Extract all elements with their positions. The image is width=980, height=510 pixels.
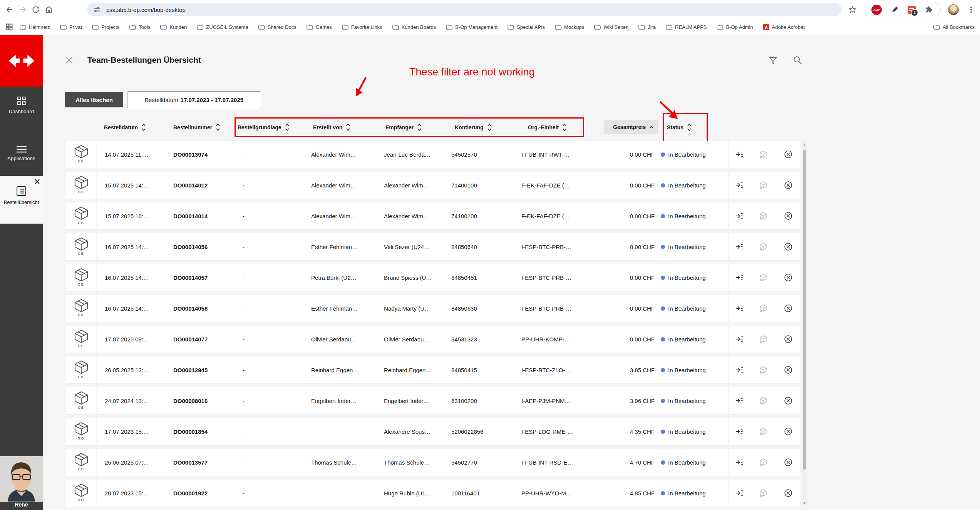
column-header-org-einheit[interactable]: Org.-Einheit [528, 118, 567, 137]
return-package-icon[interactable] [759, 304, 767, 313]
assign-order-icon[interactable] [735, 150, 744, 159]
bookmark-item[interactable]: B-Op Management [446, 24, 498, 30]
sidebar-item-applications[interactable]: Applications [0, 145, 43, 161]
bookmark-item[interactable]: ZUGSEIL Systeme [197, 24, 248, 30]
bookmark-item[interactable]: Kunden [160, 24, 187, 30]
order-row-main[interactable]: 17.07.2023 15:… DO00001854 - Alexandre S… [97, 418, 728, 445]
return-package-icon[interactable] [759, 273, 767, 282]
assign-order-icon[interactable] [735, 212, 744, 220]
bookmark-item[interactable]: Kunden Boards [392, 24, 436, 30]
return-package-icon[interactable] [759, 335, 767, 343]
return-package-icon[interactable] [759, 458, 767, 467]
back-icon[interactable] [3, 3, 16, 16]
assign-order-icon[interactable] [735, 366, 744, 374]
return-package-icon[interactable] [759, 489, 767, 497]
sort-icon[interactable] [417, 123, 422, 132]
assign-order-icon[interactable] [735, 335, 744, 343]
assign-order-icon[interactable] [735, 427, 744, 436]
sidebar-item-bestelluebersicht[interactable]: Bestellübersicht [0, 176, 43, 224]
sort-icon[interactable] [562, 123, 567, 132]
return-package-icon[interactable] [759, 427, 767, 436]
bookmark-item[interactable]: Wiki Seiten [594, 24, 628, 30]
bookmark-item[interactable]: REALM APPS [666, 24, 707, 30]
address-bar[interactable]: psa.sbb.b-op.com/bop-desktop [87, 3, 842, 16]
bookmark-star-icon[interactable] [846, 3, 859, 16]
user-avatar[interactable] [0, 456, 43, 502]
return-package-icon[interactable] [759, 212, 767, 220]
bookmark-item[interactable]: Games [307, 24, 332, 30]
password-extension-icon[interactable]: 1 [908, 6, 916, 14]
cancel-order-icon[interactable] [784, 427, 792, 436]
cancel-order-icon[interactable] [784, 304, 792, 313]
assign-order-icon[interactable] [735, 304, 744, 313]
return-package-icon[interactable] [759, 242, 767, 251]
search-icon[interactable] [792, 55, 803, 65]
order-row-main[interactable]: 16.07.2025 14:… DO00014057 - Petra Bürki… [97, 264, 728, 291]
return-package-icon[interactable] [759, 396, 767, 405]
filter-icon[interactable] [768, 56, 778, 65]
column-header-bestellnummer[interactable]: Bestellnummer [173, 118, 220, 137]
adblock-extension-icon[interactable]: ABP [871, 5, 882, 15]
order-row-main[interactable]: 26.05.2025 13:… DO00012945 - Reinhard Eg… [97, 356, 728, 383]
bookmark-item[interactable]: Mockups [555, 24, 584, 30]
bookmark-item[interactable]: B-Op Admin [717, 24, 753, 30]
bookmark-item[interactable]: Heimnetz [20, 24, 50, 30]
scrollbar-thumb[interactable] [803, 150, 806, 470]
column-header-status[interactable]: Status [667, 118, 692, 137]
assign-order-icon[interactable] [735, 458, 744, 467]
assign-order-icon[interactable] [735, 396, 744, 405]
cancel-order-icon[interactable] [784, 335, 792, 343]
order-row-main[interactable]: 20.07.2023 15:… DO00001922 - Hugo Rubin … [97, 480, 728, 507]
cancel-order-icon[interactable] [784, 212, 792, 220]
sort-ascending-icon[interactable] [649, 125, 654, 129]
sidebar-item-dashboard[interactable]: Dashboard [0, 96, 43, 114]
order-row-main[interactable]: 15.07.2025 16:… DO00014014 - Alexander W… [97, 202, 728, 229]
table-scrollbar[interactable]: ▲ ▼ [802, 141, 807, 507]
column-header-bestelldatum[interactable]: Bestelldatum [104, 118, 146, 137]
assign-order-icon[interactable] [735, 181, 744, 189]
close-icon[interactable] [34, 179, 40, 184]
return-package-icon[interactable] [759, 150, 767, 159]
cancel-order-icon[interactable] [784, 396, 792, 405]
sort-icon[interactable] [285, 123, 290, 132]
browser-profile-avatar[interactable] [948, 4, 959, 15]
bookmark-item[interactable]: Favorite Links [342, 24, 382, 30]
column-header-bestellgrundlage[interactable]: Bestellgrundlage [238, 118, 290, 137]
clear-all-filters-button[interactable]: Alles löschen [65, 92, 123, 107]
bookmark-item[interactable]: Tools [129, 24, 150, 30]
order-row-main[interactable]: 24.07.2024 13:… DO00008016 - Engelbert I… [97, 387, 728, 414]
site-settings-icon[interactable] [93, 6, 101, 13]
reload-icon[interactable] [29, 3, 42, 16]
assign-order-icon[interactable] [735, 242, 744, 251]
sort-icon[interactable] [487, 123, 492, 132]
sort-icon[interactable] [346, 123, 350, 132]
column-header-gesamtpreis[interactable]: Gesamtpreis [604, 120, 658, 134]
pen-extension-icon[interactable] [891, 5, 899, 14]
return-package-icon[interactable] [759, 181, 767, 189]
column-header-empfaenger[interactable]: Empfänger [385, 118, 422, 137]
order-row-main[interactable]: 14.07.2025 11:… DO00013974 - Alexander W… [97, 141, 728, 168]
assign-order-icon[interactable] [735, 273, 744, 282]
column-header-erstellt-von[interactable]: Erstellt von [313, 118, 350, 137]
cancel-order-icon[interactable] [784, 458, 792, 467]
scroll-down-icon[interactable]: ▼ [802, 501, 807, 505]
browser-menu-icon[interactable] [967, 5, 976, 14]
column-header-kontierung[interactable]: Kontierung [455, 118, 492, 137]
cancel-order-icon[interactable] [784, 273, 792, 282]
assign-order-icon[interactable] [735, 489, 744, 497]
sbb-logo[interactable] [0, 35, 43, 87]
cancel-order-icon[interactable] [784, 366, 792, 374]
cancel-order-icon[interactable] [784, 489, 792, 497]
sort-icon[interactable] [141, 123, 146, 132]
order-row-main[interactable]: 15.07.2025 14:… DO00014012 - Alexander W… [97, 172, 728, 199]
cancel-order-icon[interactable] [784, 181, 792, 189]
scroll-up-icon[interactable]: ▲ [802, 142, 807, 146]
sort-icon[interactable] [687, 123, 692, 132]
order-row-main[interactable]: 25.06.2025 07:… DO00013577 - Thomas Schu… [97, 449, 728, 476]
cancel-order-icon[interactable] [784, 150, 792, 159]
extensions-puzzle-icon[interactable] [925, 5, 933, 14]
order-row-main[interactable]: 16.07.2025 14:… DO00014058 - Esther Fehl… [97, 295, 728, 322]
bookmark-item[interactable]: Privat [60, 24, 82, 30]
sort-icon[interactable] [216, 123, 220, 132]
cancel-order-icon[interactable] [784, 242, 792, 251]
